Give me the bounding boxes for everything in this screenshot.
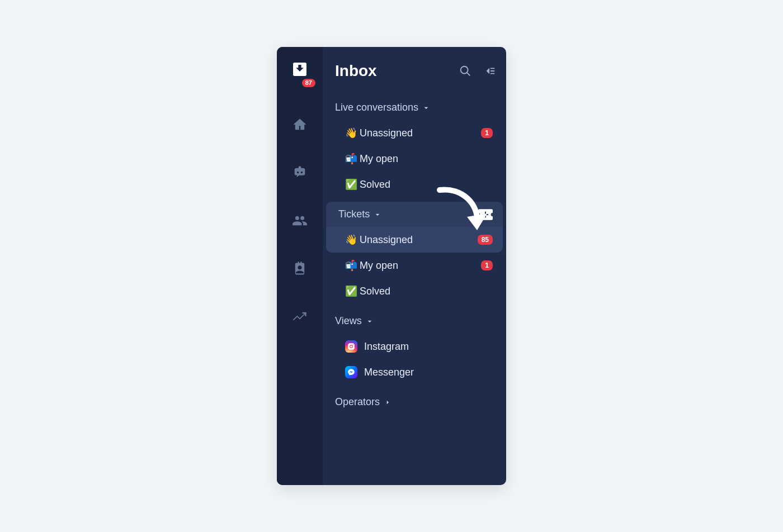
collapse-icon[interactable]	[484, 65, 496, 77]
item-label: Solved	[360, 179, 493, 191]
chatbot-icon	[292, 165, 308, 180]
mailbox-icon: 📬	[345, 153, 360, 165]
tickets-item-solved[interactable]: ✅ Solved	[326, 278, 503, 304]
check-icon: ✅	[345, 285, 360, 297]
analytics-icon	[292, 309, 308, 325]
page-title: Inbox	[335, 62, 459, 80]
item-label: Unassigned	[360, 127, 481, 139]
instagram-icon	[345, 340, 357, 353]
item-label: My open	[360, 153, 493, 165]
sidebar-main: Inbox Live conversations 👋 Unassigned 1 …	[323, 47, 506, 485]
item-label: My open	[360, 260, 481, 272]
inbox-icon	[291, 60, 309, 78]
search-icon[interactable]	[459, 65, 471, 77]
mailbox-icon: 📬	[345, 259, 360, 272]
messenger-icon	[345, 366, 357, 378]
contact-icon	[292, 261, 308, 277]
section-operators: Operators	[323, 390, 506, 415]
chevron-down-icon	[422, 103, 431, 112]
nav-rail: 87	[277, 47, 323, 485]
item-label: Instagram	[364, 341, 493, 353]
live-item-solved[interactable]: ✅ Solved	[326, 172, 503, 197]
rail-visitors[interactable]	[277, 197, 323, 245]
item-label: Solved	[360, 286, 493, 297]
section-label: Live conversations	[335, 102, 418, 113]
views-header[interactable]: Views	[323, 308, 506, 334]
live-item-myopen[interactable]: 📬 My open	[326, 146, 503, 172]
operators-header[interactable]: Operators	[323, 390, 506, 415]
section-live-conversations: Live conversations 👋 Unassigned 1 📬 My o…	[323, 95, 506, 197]
count-badge: 1	[481, 260, 493, 270]
rail-analytics[interactable]	[277, 293, 323, 341]
rail-home[interactable]	[277, 101, 323, 149]
rail-contacts[interactable]	[277, 245, 323, 293]
sidebar-header: Inbox	[323, 47, 506, 95]
rail-chatbot[interactable]	[277, 149, 323, 197]
chevron-down-icon	[373, 210, 382, 219]
rail-badge: 87	[302, 79, 315, 87]
views-item-messenger[interactable]: Messenger	[326, 359, 503, 385]
people-icon	[292, 213, 308, 229]
count-badge: 85	[478, 235, 493, 245]
home-icon	[292, 117, 308, 132]
tickets-item-myopen[interactable]: 📬 My open 1	[326, 253, 503, 278]
rail-inbox[interactable]: 87	[291, 60, 309, 80]
section-tickets: Tickets 👋 Unassigned 85 📬 My open 1 ✅ So…	[323, 202, 506, 304]
wave-icon: 👋	[345, 234, 360, 246]
section-label: Operators	[335, 396, 380, 408]
inbox-panel: 87 Inbox Live conversatio	[277, 47, 506, 485]
check-icon: ✅	[345, 178, 360, 191]
tickets-item-unassigned[interactable]: 👋 Unassigned 85	[326, 227, 503, 253]
section-views: Views Instagram Messenger	[323, 308, 506, 385]
section-label: Views	[335, 315, 362, 327]
chevron-down-icon	[365, 317, 374, 326]
views-item-instagram[interactable]: Instagram	[326, 334, 503, 359]
count-badge: 1	[481, 128, 493, 138]
item-label: Unassigned	[360, 234, 478, 246]
chevron-right-icon	[383, 398, 392, 407]
live-conversations-header[interactable]: Live conversations	[323, 95, 506, 120]
wave-icon: 👋	[345, 127, 360, 139]
tickets-header[interactable]: Tickets	[326, 202, 503, 227]
add-ticket-icon[interactable]	[478, 209, 493, 220]
item-label: Messenger	[364, 367, 493, 378]
section-label: Tickets	[338, 208, 370, 220]
live-item-unassigned[interactable]: 👋 Unassigned 1	[326, 120, 503, 146]
